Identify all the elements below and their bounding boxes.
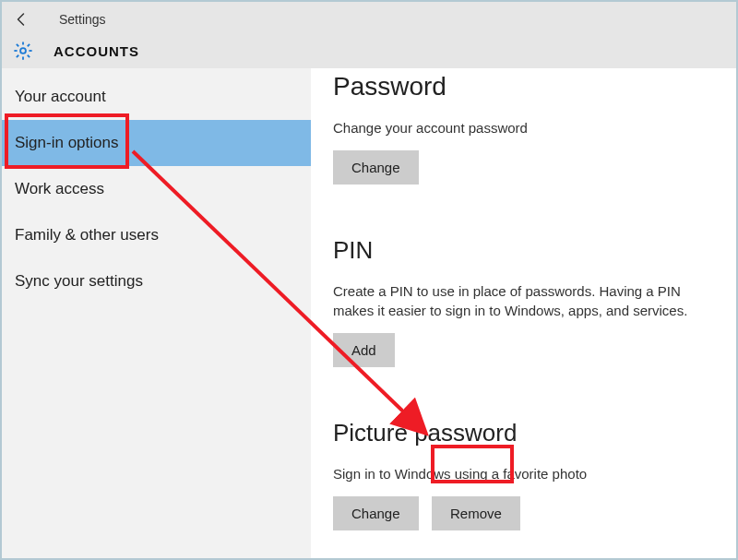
- picture-change-button[interactable]: Change: [333, 496, 419, 530]
- sidebar-item-sign-in-options[interactable]: Sign-in options: [2, 120, 311, 166]
- svg-point-0: [20, 48, 26, 54]
- sidebar-item-your-account[interactable]: Your account: [2, 74, 311, 120]
- sidebar: Your account Sign-in options Work access…: [2, 68, 311, 558]
- sidebar-item-work-access[interactable]: Work access: [2, 166, 311, 212]
- password-change-button[interactable]: Change: [333, 150, 419, 185]
- sidebar-item-sync-your-settings[interactable]: Sync your settings: [2, 258, 311, 304]
- section-title: ACCOUNTS: [54, 43, 139, 59]
- svg-line-8: [17, 55, 18, 57]
- titlebar: Settings ACCOUNTS: [2, 2, 736, 68]
- sidebar-item-label: Family & other users: [15, 226, 159, 244]
- password-heading: Password: [333, 72, 714, 101]
- sidebar-item-label: Sync your settings: [15, 272, 143, 291]
- window-title: Settings: [59, 12, 106, 27]
- svg-line-7: [28, 44, 30, 46]
- picture-remove-button[interactable]: Remove: [432, 496, 520, 530]
- picture-password-desc: Sign in to Windows using a favorite phot…: [333, 464, 714, 483]
- picture-password-heading: Picture password: [333, 419, 714, 447]
- password-desc: Change your account password: [333, 118, 714, 137]
- content-pane: Password Change your account password Ch…: [311, 68, 736, 558]
- svg-line-6: [28, 55, 30, 57]
- sidebar-item-label: Sign-in options: [15, 134, 118, 152]
- pin-desc: Create a PIN to use in place of password…: [333, 281, 714, 320]
- pin-heading: PIN: [333, 236, 714, 265]
- sidebar-item-family-other-users[interactable]: Family & other users: [2, 212, 311, 258]
- gear-icon: [13, 41, 33, 61]
- sidebar-item-label: Your account: [15, 88, 106, 106]
- settings-window: Settings ACCOUNTS Your account Sign-in: [0, 0, 738, 560]
- svg-line-5: [17, 44, 18, 46]
- sidebar-item-label: Work access: [15, 180, 104, 198]
- pin-add-button[interactable]: Add: [333, 333, 395, 367]
- back-button[interactable]: [13, 10, 31, 29]
